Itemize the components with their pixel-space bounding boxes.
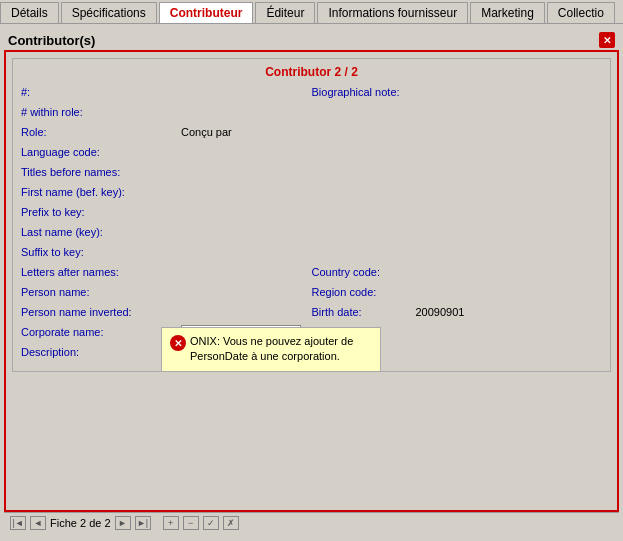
label-first-name: First name (bef. key):	[21, 185, 181, 198]
value-birth-date: 20090901	[416, 305, 465, 318]
field-row-empty8	[312, 245, 603, 263]
label-country: Country code:	[312, 265, 412, 278]
label-corporate: Corporate name:	[21, 325, 181, 338]
nav-check-button[interactable]: ✓	[203, 516, 219, 530]
field-row-within-role: # within role:	[21, 105, 312, 123]
form-col-left: #: # within role: Role: Conçu par Langua…	[21, 85, 312, 365]
section-header: Contributor(s) ✕	[4, 28, 619, 50]
label-role: Role:	[21, 125, 181, 138]
field-row-role: Role: Conçu par	[21, 125, 312, 143]
label-birth-date: Birth date:	[312, 305, 412, 318]
tab-details[interactable]: Détails	[0, 2, 59, 23]
nav-minus-button[interactable]: −	[183, 516, 199, 530]
tab-marketing[interactable]: Marketing	[470, 2, 545, 23]
field-row-empty3	[312, 145, 603, 163]
label-last-name: Last name (key):	[21, 225, 181, 238]
field-row-prefix: Prefix to key:	[21, 205, 312, 223]
field-row-hash: #:	[21, 85, 312, 103]
main-content: Contributor(s) ✕ Contributor 2 / 2 #: # …	[0, 24, 623, 537]
field-row-suffix: Suffix to key:	[21, 245, 312, 263]
error-popup: ✕ ONIX: Vous ne pouvez ajouter de Person…	[161, 327, 381, 372]
field-row-titles-before: Titles before names:	[21, 165, 312, 183]
field-row-country: Country code:	[312, 265, 603, 283]
form-col-right: Biographical note: Country code: Region …	[312, 85, 603, 365]
field-row-letters-after: Letters after names:	[21, 265, 312, 283]
label-suffix: Suffix to key:	[21, 245, 181, 258]
value-role: Conçu par	[181, 125, 232, 138]
tab-supplier-info[interactable]: Informations fournisseur	[317, 2, 468, 23]
close-button[interactable]: ✕	[599, 32, 615, 48]
label-region: Region code:	[312, 285, 412, 298]
tab-specifications[interactable]: Spécifications	[61, 2, 157, 23]
contributor-heading: Contributor 2 / 2	[21, 65, 602, 79]
field-row-empty2	[312, 125, 603, 143]
field-row-birth: Birth date: 20090901	[312, 305, 603, 323]
label-within-role: # within role:	[21, 105, 181, 118]
field-row-empty1	[312, 105, 603, 123]
tab-editor[interactable]: Éditeur	[255, 2, 315, 23]
field-row-person-inverted: Person name inverted:	[21, 305, 312, 323]
field-row-language: Language code:	[21, 145, 312, 163]
label-titles-before: Titles before names:	[21, 165, 181, 178]
field-row-empty6	[312, 205, 603, 223]
tab-contributor[interactable]: Contributeur	[159, 2, 254, 23]
form-panel: Contributor 2 / 2 #: # within role: Role…	[4, 50, 619, 512]
error-popup-icon: ✕	[170, 335, 186, 351]
field-row-biographical: Biographical note:	[312, 85, 603, 103]
field-row-empty7	[312, 225, 603, 243]
contributor-box: Contributor 2 / 2 #: # within role: Role…	[12, 58, 611, 372]
section-title: Contributor(s)	[8, 33, 95, 48]
nav-prev-button[interactable]: ◄	[30, 516, 46, 530]
label-letters-after: Letters after names:	[21, 265, 181, 278]
label-person-name: Person name:	[21, 285, 181, 298]
field-row-first-name: First name (bef. key):	[21, 185, 312, 203]
field-row-empty4	[312, 165, 603, 183]
form-two-col: #: # within role: Role: Conçu par Langua…	[21, 85, 602, 365]
field-row-empty5	[312, 185, 603, 203]
tab-collection[interactable]: Collectio	[547, 2, 615, 23]
nav-text: Fiche 2 de 2	[50, 517, 111, 529]
nav-cross-button[interactable]: ✗	[223, 516, 239, 530]
label-description: Description:	[21, 345, 181, 358]
nav-next-button[interactable]: ►	[115, 516, 131, 530]
label-hash: #:	[21, 85, 181, 98]
nav-first-button[interactable]: |◄	[10, 516, 26, 530]
label-language: Language code:	[21, 145, 181, 158]
label-prefix: Prefix to key:	[21, 205, 181, 218]
nav-bar: |◄ ◄ Fiche 2 de 2 ► ►| + − ✓ ✗	[4, 512, 619, 533]
nav-last-button[interactable]: ►|	[135, 516, 151, 530]
field-row-last-name: Last name (key):	[21, 225, 312, 243]
nav-add-button[interactable]: +	[163, 516, 179, 530]
tab-bar: Détails Spécifications Contributeur Édit…	[0, 0, 623, 24]
field-row-region: Region code:	[312, 285, 603, 303]
label-biographical: Biographical note:	[312, 85, 412, 98]
field-row-person-name: Person name:	[21, 285, 312, 303]
label-person-inverted: Person name inverted:	[21, 305, 181, 318]
error-popup-message: ONIX: Vous ne pouvez ajouter de PersonDa…	[190, 334, 372, 365]
